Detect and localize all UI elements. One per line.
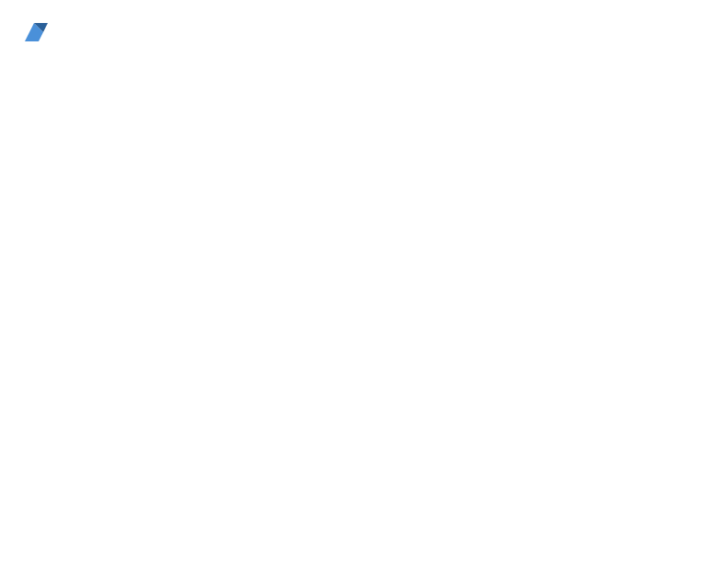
- page-header: [18, 18, 710, 46]
- logo-icon: [20, 18, 48, 46]
- logo: [18, 18, 48, 46]
